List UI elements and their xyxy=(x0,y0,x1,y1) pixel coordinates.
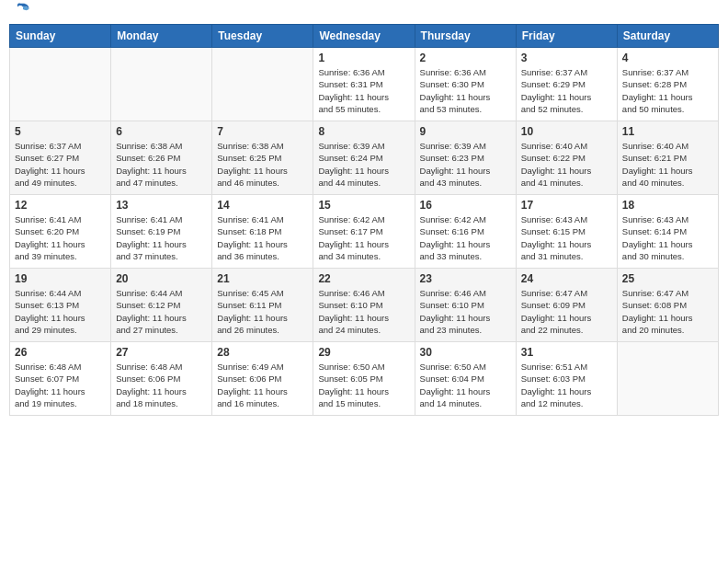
calendar-cell xyxy=(617,342,718,416)
day-number: 2 xyxy=(420,52,511,64)
calendar-cell: 7Sunrise: 6:38 AM Sunset: 6:25 PM Daylig… xyxy=(212,121,313,195)
day-info: Sunrise: 6:40 AM Sunset: 6:22 PM Dayligh… xyxy=(521,140,612,189)
day-info: Sunrise: 6:39 AM Sunset: 6:24 PM Dayligh… xyxy=(318,140,409,189)
calendar-cell: 3Sunrise: 6:37 AM Sunset: 6:29 PM Daylig… xyxy=(516,48,617,121)
day-info: Sunrise: 6:43 AM Sunset: 6:15 PM Dayligh… xyxy=(521,213,612,262)
calendar-cell: 19Sunrise: 6:44 AM Sunset: 6:13 PM Dayli… xyxy=(10,269,111,342)
day-info: Sunrise: 6:50 AM Sunset: 6:04 PM Dayligh… xyxy=(420,361,511,409)
calendar-week-row: 5Sunrise: 6:37 AM Sunset: 6:27 PM Daylig… xyxy=(10,121,719,195)
day-info: Sunrise: 6:38 AM Sunset: 6:26 PM Dayligh… xyxy=(116,140,207,189)
day-number: 19 xyxy=(15,272,106,285)
calendar-week-row: 12Sunrise: 6:41 AM Sunset: 6:20 PM Dayli… xyxy=(10,195,719,269)
day-number: 21 xyxy=(217,272,308,285)
day-number: 25 xyxy=(622,272,713,285)
day-number: 1 xyxy=(318,52,409,64)
calendar-cell: 22Sunrise: 6:46 AM Sunset: 6:10 PM Dayli… xyxy=(313,269,415,342)
day-number: 28 xyxy=(217,346,308,359)
day-number: 26 xyxy=(15,346,106,359)
day-number: 10 xyxy=(521,125,612,138)
day-info: Sunrise: 6:41 AM Sunset: 6:18 PM Dayligh… xyxy=(217,213,308,262)
day-number: 27 xyxy=(116,346,207,359)
day-number: 24 xyxy=(521,272,612,285)
day-info: Sunrise: 6:36 AM Sunset: 6:30 PM Dayligh… xyxy=(420,66,511,115)
calendar-cell: 1Sunrise: 6:36 AM Sunset: 6:31 PM Daylig… xyxy=(313,48,415,121)
day-info: Sunrise: 6:46 AM Sunset: 6:10 PM Dayligh… xyxy=(420,287,511,336)
calendar-cell: 4Sunrise: 6:37 AM Sunset: 6:28 PM Daylig… xyxy=(617,48,718,121)
day-number: 13 xyxy=(116,199,207,212)
calendar-cell: 20Sunrise: 6:44 AM Sunset: 6:12 PM Dayli… xyxy=(111,269,212,342)
day-info: Sunrise: 6:36 AM Sunset: 6:31 PM Dayligh… xyxy=(318,66,409,115)
day-number: 29 xyxy=(318,346,409,359)
day-number: 7 xyxy=(217,125,308,138)
calendar-cell xyxy=(111,48,212,121)
calendar-header-row: SundayMondayTuesdayWednesdayThursdayFrid… xyxy=(10,25,719,48)
day-header-monday: Monday xyxy=(111,25,212,48)
day-info: Sunrise: 6:41 AM Sunset: 6:19 PM Dayligh… xyxy=(116,213,207,262)
calendar-table: SundayMondayTuesdayWednesdayThursdayFrid… xyxy=(9,24,719,416)
calendar-cell xyxy=(10,48,111,121)
day-header-tuesday: Tuesday xyxy=(212,25,313,48)
day-info: Sunrise: 6:37 AM Sunset: 6:28 PM Dayligh… xyxy=(622,66,713,115)
day-header-thursday: Thursday xyxy=(415,25,516,48)
calendar-cell: 5Sunrise: 6:37 AM Sunset: 6:27 PM Daylig… xyxy=(10,121,111,195)
calendar-cell: 27Sunrise: 6:48 AM Sunset: 6:06 PM Dayli… xyxy=(111,342,212,416)
day-number: 11 xyxy=(622,125,713,138)
calendar-cell: 11Sunrise: 6:40 AM Sunset: 6:21 PM Dayli… xyxy=(617,121,718,195)
day-info: Sunrise: 6:43 AM Sunset: 6:14 PM Dayligh… xyxy=(622,213,713,262)
day-number: 12 xyxy=(15,199,106,212)
calendar-cell: 21Sunrise: 6:45 AM Sunset: 6:11 PM Dayli… xyxy=(212,269,313,342)
day-header-friday: Friday xyxy=(516,25,617,48)
day-number: 5 xyxy=(15,125,106,138)
calendar-cell: 24Sunrise: 6:47 AM Sunset: 6:09 PM Dayli… xyxy=(516,269,617,342)
day-info: Sunrise: 6:37 AM Sunset: 6:27 PM Dayligh… xyxy=(15,140,106,189)
day-info: Sunrise: 6:50 AM Sunset: 6:05 PM Dayligh… xyxy=(318,361,409,409)
day-info: Sunrise: 6:40 AM Sunset: 6:21 PM Dayligh… xyxy=(622,140,713,189)
logo-bird-icon xyxy=(15,2,31,18)
calendar-cell: 23Sunrise: 6:46 AM Sunset: 6:10 PM Dayli… xyxy=(415,269,516,342)
day-header-sunday: Sunday xyxy=(10,25,111,48)
calendar-week-row: 26Sunrise: 6:48 AM Sunset: 6:07 PM Dayli… xyxy=(10,342,719,416)
day-number: 22 xyxy=(318,272,409,285)
page-header xyxy=(9,9,719,18)
day-info: Sunrise: 6:39 AM Sunset: 6:23 PM Dayligh… xyxy=(420,140,511,189)
day-header-saturday: Saturday xyxy=(617,25,718,48)
day-number: 18 xyxy=(622,199,713,212)
day-info: Sunrise: 6:41 AM Sunset: 6:20 PM Dayligh… xyxy=(15,213,106,262)
day-info: Sunrise: 6:49 AM Sunset: 6:06 PM Dayligh… xyxy=(217,361,308,409)
calendar-cell: 10Sunrise: 6:40 AM Sunset: 6:22 PM Dayli… xyxy=(516,121,617,195)
day-number: 8 xyxy=(318,125,409,138)
calendar-cell: 16Sunrise: 6:42 AM Sunset: 6:16 PM Dayli… xyxy=(415,195,516,269)
day-info: Sunrise: 6:44 AM Sunset: 6:13 PM Dayligh… xyxy=(15,287,106,336)
day-number: 15 xyxy=(318,199,409,212)
day-number: 23 xyxy=(420,272,511,285)
calendar-cell: 30Sunrise: 6:50 AM Sunset: 6:04 PM Dayli… xyxy=(415,342,516,416)
day-info: Sunrise: 6:47 AM Sunset: 6:08 PM Dayligh… xyxy=(622,287,713,336)
day-number: 14 xyxy=(217,199,308,212)
calendar-cell: 28Sunrise: 6:49 AM Sunset: 6:06 PM Dayli… xyxy=(212,342,313,416)
day-info: Sunrise: 6:38 AM Sunset: 6:25 PM Dayligh… xyxy=(217,140,308,189)
day-number: 16 xyxy=(420,199,511,212)
day-number: 30 xyxy=(420,346,511,359)
day-info: Sunrise: 6:44 AM Sunset: 6:12 PM Dayligh… xyxy=(116,287,207,336)
calendar-cell: 12Sunrise: 6:41 AM Sunset: 6:20 PM Dayli… xyxy=(10,195,111,269)
calendar-cell xyxy=(212,48,313,121)
calendar-cell: 29Sunrise: 6:50 AM Sunset: 6:05 PM Dayli… xyxy=(313,342,415,416)
day-number: 9 xyxy=(420,125,511,138)
day-number: 6 xyxy=(116,125,207,138)
calendar-cell: 18Sunrise: 6:43 AM Sunset: 6:14 PM Dayli… xyxy=(617,195,718,269)
calendar-cell: 31Sunrise: 6:51 AM Sunset: 6:03 PM Dayli… xyxy=(516,342,617,416)
day-info: Sunrise: 6:47 AM Sunset: 6:09 PM Dayligh… xyxy=(521,287,612,336)
day-header-wednesday: Wednesday xyxy=(313,25,415,48)
calendar-cell: 17Sunrise: 6:43 AM Sunset: 6:15 PM Dayli… xyxy=(516,195,617,269)
day-info: Sunrise: 6:42 AM Sunset: 6:17 PM Dayligh… xyxy=(318,213,409,262)
calendar-cell: 8Sunrise: 6:39 AM Sunset: 6:24 PM Daylig… xyxy=(313,121,415,195)
calendar-week-row: 19Sunrise: 6:44 AM Sunset: 6:13 PM Dayli… xyxy=(10,269,719,342)
calendar-cell: 13Sunrise: 6:41 AM Sunset: 6:19 PM Dayli… xyxy=(111,195,212,269)
day-number: 3 xyxy=(521,52,612,64)
calendar-cell: 14Sunrise: 6:41 AM Sunset: 6:18 PM Dayli… xyxy=(212,195,313,269)
calendar-cell: 9Sunrise: 6:39 AM Sunset: 6:23 PM Daylig… xyxy=(415,121,516,195)
day-info: Sunrise: 6:48 AM Sunset: 6:06 PM Dayligh… xyxy=(116,361,207,409)
logo xyxy=(13,15,31,18)
day-number: 4 xyxy=(622,52,713,64)
calendar-cell: 15Sunrise: 6:42 AM Sunset: 6:17 PM Dayli… xyxy=(313,195,415,269)
